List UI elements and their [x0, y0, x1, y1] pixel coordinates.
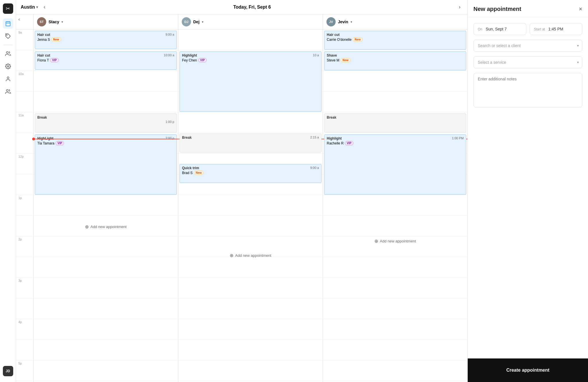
grid-row — [323, 319, 467, 340]
prev-date-button[interactable]: ‹ — [41, 3, 48, 11]
current-time-dot — [32, 138, 35, 140]
chevron-down-icon: ▾ — [36, 5, 38, 9]
svg-point-8 — [6, 90, 8, 92]
grid-row — [34, 92, 178, 112]
scroll-back-button[interactable]: ‹ — [16, 14, 22, 24]
time-empty7 — [16, 298, 33, 319]
add-appointment-button-dej-bottom[interactable]: ⊕ Add new appointment — [230, 253, 271, 258]
grid-row — [178, 30, 323, 50]
appt-client: Fiona T VIP — [37, 58, 174, 62]
date-selector[interactable]: On Sun, Sept 7 — [473, 23, 526, 35]
notes-textarea[interactable] — [473, 73, 582, 107]
appt-title: Highlight — [182, 53, 319, 57]
grid-row — [323, 298, 467, 319]
appt-title: Break — [327, 115, 464, 119]
time-empty3 — [16, 133, 33, 154]
client-name: Brad S — [182, 171, 193, 175]
time-gutter-header: ‹ — [16, 14, 33, 29]
client-selector-wrapper: Search or select a client ▾ — [473, 40, 582, 52]
time-4p: 4p — [16, 319, 33, 340]
badge-new: New — [341, 58, 351, 62]
panel-footer: Create appointment — [468, 358, 588, 382]
time-12p: 12p — [16, 154, 33, 174]
time-empty2 — [16, 92, 33, 112]
staff-header-stacy: ST Stacy ▾ — [33, 14, 178, 29]
grid-row — [34, 340, 178, 360]
add-appt-label: Add new appointment — [380, 239, 416, 243]
sidebar-item-calendar[interactable] — [3, 18, 13, 29]
client-name: Carrie O'donelle — [327, 38, 351, 42]
appt-stacy-break[interactable]: Break 1:00 p — [35, 113, 177, 132]
grid-row — [178, 278, 323, 298]
add-appointment-button-jevin-bottom[interactable]: ⊕ Add new appointment — [374, 238, 416, 244]
appt-stacy-haircut-10[interactable]: 10:00 a Hair cut Fiona T VIP — [35, 51, 177, 70]
appt-title: Highlight — [327, 136, 464, 140]
grid-row — [178, 340, 323, 360]
plus-icon: ⊕ — [85, 224, 89, 229]
grid-row — [34, 195, 178, 216]
grid-row — [34, 298, 178, 319]
sidebar-item-contacts[interactable] — [3, 86, 13, 97]
sidebar-item-user-avatar[interactable]: JD — [3, 366, 13, 376]
appt-jevin-highlight[interactable]: 1:00 PM Highlight Rachelle R VIP — [324, 134, 466, 195]
top-header: Austin ▾ ‹ Today, Fri, Sept 6 › — [16, 0, 467, 14]
grid-row — [178, 112, 323, 133]
appt-stacy-highlight-2[interactable]: 2:00 p HighLight Tia Tamara VIP — [35, 134, 177, 195]
main-area: Austin ▾ ‹ Today, Fri, Sept 6 › ‹ ST Sta… — [16, 0, 467, 382]
sidebar-item-clients[interactable] — [3, 49, 13, 59]
avatar-jevin: JV — [326, 17, 336, 26]
time-label: Start at — [534, 27, 545, 31]
time-empty6 — [16, 257, 33, 278]
time-11a: 11a — [16, 112, 33, 133]
create-appointment-button[interactable]: Create appointment — [473, 363, 582, 377]
badge-new: New — [51, 37, 61, 42]
staff-dropdown-dej[interactable]: ▾ — [202, 20, 204, 24]
plus-icon: ⊕ — [230, 253, 233, 258]
appt-time: 9:00 a — [165, 33, 174, 36]
appt-stacy-haircut-9[interactable]: 9:00 a Hair cut Jenna S New — [35, 31, 177, 49]
sidebar-item-settings[interactable] — [3, 61, 13, 72]
avatar-dej: DJ — [182, 17, 191, 26]
appt-dej-quicktrim[interactable]: 9:00 a Quick trim Brad S New — [179, 164, 322, 183]
time-9a: 9a — [16, 30, 33, 50]
grid-row — [323, 278, 467, 298]
appt-jevin-break[interactable]: Break — [324, 113, 466, 132]
appt-dej-highlight[interactable]: 10 a Highlight Fey Chen VIP — [179, 51, 322, 112]
staff-dropdown-jevin[interactable]: ▾ — [351, 20, 352, 24]
close-panel-button[interactable]: × — [579, 6, 582, 12]
calendar-container: ‹ ST Stacy ▾ DJ Dej ▾ JV Jevin ▾ — [16, 14, 467, 382]
appt-jevin-shave[interactable]: Shave Steve M New — [324, 51, 466, 70]
sidebar-item-person[interactable] — [3, 74, 13, 84]
location-selector[interactable]: Austin ▾ — [21, 5, 38, 10]
appt-client: Rachelle R VIP — [327, 141, 464, 145]
avatar-stacy: ST — [37, 17, 46, 26]
client-name: Jenna S — [37, 38, 50, 42]
panel-title: New appointment — [473, 6, 521, 12]
svg-point-4 — [6, 35, 7, 36]
logo-icon: ✂ — [6, 5, 10, 12]
appt-time: 10:00 a — [164, 53, 174, 57]
client-selector[interactable]: Search or select a client — [473, 40, 582, 52]
plus-icon: ⊕ — [374, 238, 378, 244]
app-logo: ✂ — [3, 3, 13, 14]
appt-dej-break[interactable]: 2:15 a Break — [179, 134, 322, 153]
sidebar-divider — [3, 45, 13, 45]
add-appointment-button-stacy-bottom[interactable]: ⊕ Add new appointment — [85, 224, 127, 229]
grid-row — [178, 298, 323, 319]
next-date-button[interactable]: › — [457, 3, 463, 11]
appt-jevin-haircut[interactable]: Hair cut Carrie O'donelle New — [324, 31, 466, 50]
calendar-header: ‹ ST Stacy ▾ DJ Dej ▾ JV Jevin ▾ — [16, 14, 467, 30]
time-empty1 — [16, 50, 33, 71]
sidebar-item-tags[interactable] — [3, 31, 13, 41]
time-empty4 — [16, 174, 33, 195]
staff-dropdown-stacy[interactable]: ▾ — [61, 20, 63, 24]
appt-title: Hair cut — [37, 53, 174, 57]
time-selector[interactable]: Start at 1:45 PM — [530, 23, 583, 35]
appt-time: 1:00 PM — [452, 136, 464, 140]
panel-body: On Sun, Sept 7 Start at 1:45 PM Search o… — [468, 17, 588, 358]
svg-rect-0 — [6, 22, 10, 26]
staff-header-jevin: JV Jevin ▾ — [323, 14, 467, 29]
current-date: Today, Fri, Sept 6 — [51, 5, 453, 10]
column-dej: 10 a Highlight Fey Chen VIP ⊕ Add new ap… — [178, 30, 323, 382]
service-selector[interactable]: Select a service — [473, 56, 582, 68]
